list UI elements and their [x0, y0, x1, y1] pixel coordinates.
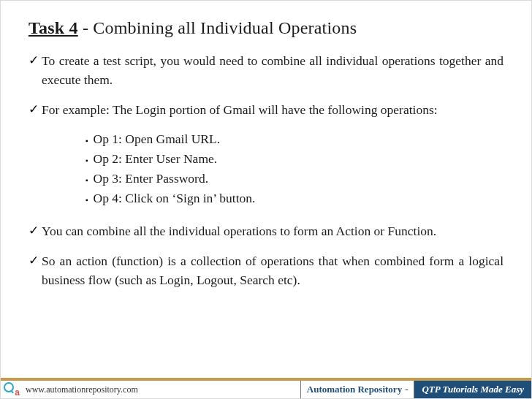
bullet-icon: ▪ — [86, 135, 88, 149]
bullet-icon: ▪ — [86, 175, 88, 189]
slide-title: Task 4 - Combining all Individual Operat… — [28, 18, 503, 38]
paragraph-4-text: So an action (function) is a collection … — [42, 251, 503, 290]
footer-mid-label: Automation Repository — [307, 384, 402, 395]
logo-a-letter: a — [15, 387, 20, 398]
paragraph-2-text: For example: The Login portion of Gmail … — [42, 100, 503, 119]
slide-footer: a www.automationrepository.com Automatio… — [1, 378, 531, 398]
checkmark-icon: ✓ — [28, 221, 39, 240]
list-item: ▪ Op 3: Enter Password. — [86, 169, 503, 189]
slide-body: ✓ To create a test script, you would nee… — [28, 51, 503, 289]
op-1-text: Op 1: Open Gmail URL. — [94, 129, 221, 149]
footer-right-box: QTP Tutorials Made Easy — [414, 381, 531, 398]
op-3-text: Op 3: Enter Password. — [94, 169, 208, 189]
title-rest: - Combining all Individual Operations — [78, 18, 357, 37]
paragraph-1: ✓ To create a test script, you would nee… — [28, 51, 503, 90]
list-item: ▪ Op 1: Open Gmail URL. — [86, 129, 503, 149]
logo-q-icon — [4, 382, 14, 392]
footer-url: www.automationrepository.com — [20, 381, 300, 398]
paragraph-4: ✓ So an action (function) is a collectio… — [28, 251, 503, 290]
paragraph-3-text: You can combine all the individual opera… — [42, 221, 503, 240]
slide-content: Task 4 - Combining all Individual Operat… — [1, 1, 531, 289]
checkmark-icon: ✓ — [28, 251, 39, 290]
title-lead: Task 4 — [28, 18, 78, 37]
bullet-icon: ▪ — [86, 155, 88, 169]
paragraph-3: ✓ You can combine all the individual ope… — [28, 221, 503, 240]
list-item: ▪ Op 2: Enter User Name. — [86, 149, 503, 169]
checkmark-icon: ✓ — [28, 100, 39, 119]
qa-logo: a — [1, 381, 20, 398]
bullet-icon: ▪ — [86, 194, 88, 208]
footer-right-label: QTP Tutorials Made Easy — [422, 384, 524, 395]
paragraph-2: ✓ For example: The Login portion of Gmai… — [28, 100, 503, 119]
footer-dash: - — [405, 384, 408, 395]
list-item: ▪ Op 4: Click on ‘Sign in’ button. — [86, 189, 503, 208]
operations-list: ▪ Op 1: Open Gmail URL. ▪ Op 2: Enter Us… — [86, 129, 503, 209]
checkmark-icon: ✓ — [28, 51, 39, 90]
op-2-text: Op 2: Enter User Name. — [94, 149, 218, 169]
paragraph-1-text: To create a test script, you would need … — [42, 51, 503, 90]
op-4-text: Op 4: Click on ‘Sign in’ button. — [94, 189, 256, 208]
footer-mid-box: Automation Repository - — [300, 381, 415, 398]
qa-logo-graphic: a — [4, 382, 20, 397]
